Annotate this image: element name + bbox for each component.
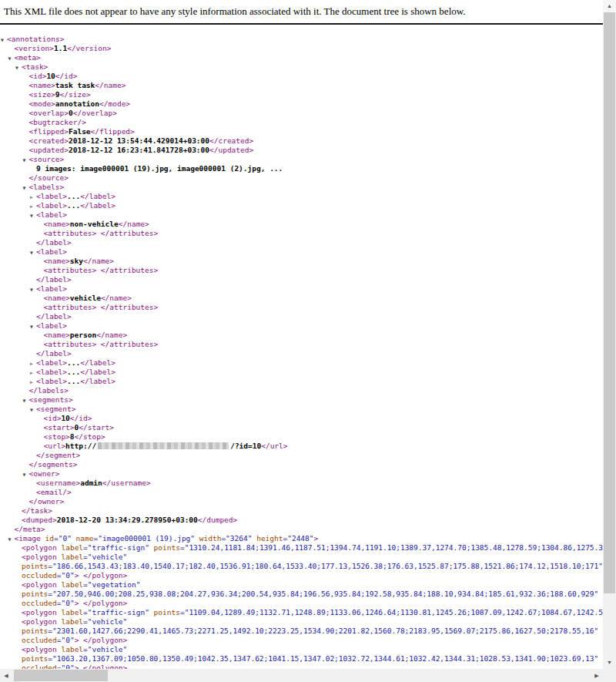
collapse-node-icon[interactable]: ▼ [23,396,29,405]
xml-tree-line: </label> [0,238,603,247]
scroll-up-icon[interactable]: ▲ [603,0,616,12]
xml-attribute-name: occluded [22,599,57,607]
collapse-node-icon[interactable]: ▼ [23,470,29,479]
collapse-node-icon[interactable]: ▼ [30,248,36,257]
xml-text-content: 2018-12-12 13:54:44.429014+03:00 [69,136,209,145]
xml-tree-line: <name>task task</name> [0,81,603,90]
xml-tag: </segment> [36,451,80,459]
xml-tree-line: <polygon label="traffic-sign" points="11… [0,608,603,617]
collapse-node-icon[interactable]: ▼ [30,322,36,331]
expand-node-icon[interactable]: ▶ [30,368,36,378]
xml-tag: <polygon [22,645,61,653]
scroll-right-icon[interactable]: ▶ [591,669,603,682]
xml-tag: </overlap> [73,109,117,117]
xml-tree-line: ▼<meta> [0,53,603,62]
xml-tag: <name> [29,81,55,89]
xml-tree-line: <url>http:///?id=10</url> [0,442,603,451]
xml-attribute-value: ="vehicle" [83,617,127,626]
xml-tree-line: <mode>annotation</mode> [0,99,603,109]
xml-tree-line: ▼<label> [0,247,603,257]
expand-node-icon[interactable]: ▶ [30,202,36,211]
xml-tree-line: <email/> [0,488,603,497]
xml-tree-line: ▶<label>...</label> [0,368,603,377]
xml-text-content: 2018-12-12 16:23:41.841728+03:00 [69,146,209,154]
xml-text-content: annotation [55,99,99,108]
xml-tag: > [314,534,319,543]
xml-tag: <polygon [22,553,61,561]
xml-tag: </mode> [99,99,130,108]
scroll-down-icon[interactable]: ▼ [603,657,616,669]
collapse-node-icon[interactable]: ▼ [23,183,29,193]
xml-tree-line: </source> [0,173,603,183]
xml-tag: <label> [36,284,67,293]
xml-tag: <url> [44,442,66,450]
xml-tag: </size> [60,90,91,99]
xml-tree-line: </segment> [0,451,603,460]
xml-tree-line: <flipped>False</flipped> [0,127,603,136]
xml-tree-line: occluded="0"> </polygon> [0,571,603,580]
xml-tag: <segment> [36,405,75,413]
collapse-node-icon[interactable]: ▼ [15,63,22,72]
xml-tree-line: ▼<source> [0,155,603,164]
xml-tree-line: ▼<annotations> [0,35,603,44]
xml-attribute-value: ="2301.60,1427.66;2290.41,1465.73;2271.2… [48,627,598,635]
collapse-node-icon[interactable]: ▼ [30,211,36,220]
xml-tag: <attributes> </attributes> [44,340,159,348]
xml-tree-line: ▼<task> [0,62,603,72]
xml-tag: </id> [70,414,92,422]
xml-tag: </source> [29,173,69,182]
xml-tag: </created> [209,136,253,145]
xml-tag: <label> [36,368,67,376]
collapse-node-icon[interactable]: ▼ [23,156,29,165]
xml-tag: <name> [44,220,70,228]
xml-tree-line: <username>admin</username> [0,479,603,488]
xml-attribute-value: ="3264" [221,534,252,543]
collapse-node-icon[interactable]: ▼ [30,405,36,415]
xml-attribute-name: height [252,534,283,543]
xml-tag: <dumped> [22,516,57,524]
xml-tree-line: <name>vehicle</name> [0,294,603,303]
xml-tree-line: </owner> [0,497,603,506]
xml-tag: </label> [80,358,116,367]
expand-node-icon[interactable]: ▶ [30,359,36,368]
xml-tag: <label> [36,247,67,256]
xml-tag: <label> [36,201,67,210]
xml-attribute-name: label [61,617,83,626]
xml-attribute-value: ="2448" [283,534,313,543]
collapse-node-icon[interactable]: ▼ [1,35,7,45]
xml-tag: <attributes> </attributes> [44,229,159,237]
xml-tag: </url> [261,442,287,450]
collapse-node-icon[interactable]: ▼ [30,285,36,294]
xml-tag: <size> [29,90,55,99]
xml-text-content: task task [55,81,95,89]
xml-tag: </id> [55,72,78,80]
xml-tag: </label> [80,368,116,376]
expand-node-icon[interactable]: ▶ [30,193,36,202]
xml-attribute-name: points [22,590,48,598]
xml-tag: </stop> [75,432,105,441]
xml-tag: </label> [36,275,72,284]
xml-tree-line: </segments> [0,460,603,469]
xml-attribute-name: occluded [22,664,57,669]
xml-tag: </name> [119,220,149,228]
horizontal-scrollbar[interactable]: ◀ ▶ [0,669,603,682]
xml-tree-line: <polygon label="vegetation" [0,580,603,590]
collapse-node-icon[interactable]: ▼ [8,54,15,63]
xml-attribute-value: ="1109.04,1289.49;1132.71,1248.89;1133.0… [180,608,603,616]
horizontal-scrollbar-thumb[interactable] [14,670,108,681]
xml-tag: </label> [80,192,116,200]
vertical-scrollbar[interactable]: ▲ ▼ [603,0,616,669]
xml-attribute-name: points [22,654,48,663]
scroll-left-icon[interactable]: ◀ [0,669,12,682]
xml-tag: <polygon [22,543,61,552]
expand-node-icon[interactable]: ▶ [30,378,36,387]
xml-attribute-value: ="0" [57,571,75,580]
xml-tree-line: <id>10</id> [0,414,603,423]
xml-tag: </version> [67,44,111,52]
vertical-scrollbar-thumb[interactable] [604,12,615,593]
collapse-node-icon[interactable]: ▼ [8,535,15,544]
xml-tag: <segments> [29,395,73,404]
xml-text-content: ... [67,192,80,200]
xml-tag: <username> [36,479,80,487]
xml-attribute-value: ="207.50,946.00;208.25,938.08;204.27,936… [48,590,598,598]
